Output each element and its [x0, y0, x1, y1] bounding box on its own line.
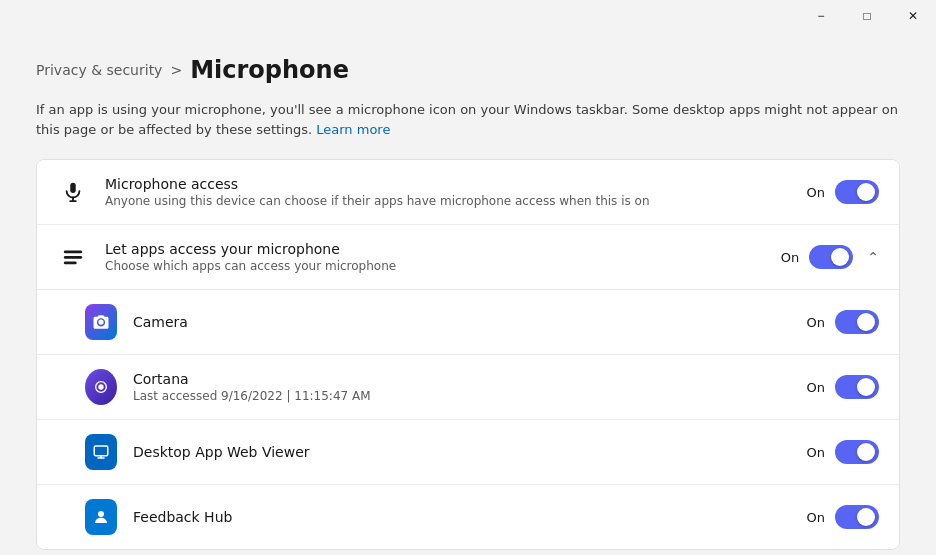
cortana-toggle[interactable]	[835, 375, 879, 399]
title-bar: − □ ✕	[0, 0, 936, 32]
microphone-access-toggle[interactable]	[835, 180, 879, 204]
desktop-app-icon	[85, 436, 117, 468]
let-apps-text: Let apps access your microphone Choose w…	[105, 241, 781, 273]
desktop-app-status: On	[807, 445, 825, 460]
cortana-subtitle: Last accessed 9/16/2022 | 11:15:47 AM	[133, 389, 807, 403]
setting-row-microphone-access: Microphone access Anyone using this devi…	[37, 160, 899, 225]
maximize-button[interactable]: □	[844, 0, 890, 32]
svg-point-9	[98, 511, 104, 517]
breadcrumb: Privacy & security > Microphone	[36, 56, 900, 84]
svg-rect-4	[64, 256, 82, 259]
settings-container: Microphone access Anyone using this devi…	[36, 159, 900, 550]
feedback-hub-text: Feedback Hub	[133, 509, 807, 525]
desktop-app-text: Desktop App Web Viewer	[133, 444, 807, 460]
setting-row-feedback-hub: Feedback Hub On	[37, 485, 899, 549]
desktop-app-toggle[interactable]	[835, 440, 879, 464]
svg-rect-5	[64, 262, 77, 265]
svg-rect-3	[64, 251, 82, 254]
let-apps-controls: On ⌃	[781, 245, 879, 269]
apps-icon	[57, 241, 89, 273]
desktop-app-title: Desktop App Web Viewer	[133, 444, 807, 460]
desktop-app-controls: On	[807, 440, 879, 464]
microphone-access-subtitle: Anyone using this device can choose if t…	[105, 194, 807, 208]
cortana-status: On	[807, 380, 825, 395]
feedback-hub-title: Feedback Hub	[133, 509, 807, 525]
camera-toggle[interactable]	[835, 310, 879, 334]
microphone-access-controls: On	[807, 180, 879, 204]
learn-more-link[interactable]: Learn more	[316, 122, 390, 137]
feedback-hub-controls: On	[807, 505, 879, 529]
description-text: If an app is using your microphone, you'…	[36, 102, 898, 137]
let-apps-status: On	[781, 250, 799, 265]
setting-row-desktop-app: Desktop App Web Viewer On	[37, 420, 899, 485]
breadcrumb-separator: >	[170, 62, 182, 78]
cortana-controls: On	[807, 375, 879, 399]
svg-rect-0	[70, 183, 76, 193]
cortana-text: Cortana Last accessed 9/16/2022 | 11:15:…	[133, 371, 807, 403]
breadcrumb-parent[interactable]: Privacy & security	[36, 62, 162, 78]
svg-point-7	[98, 384, 103, 389]
page-description: If an app is using your microphone, you'…	[36, 100, 900, 139]
cortana-title: Cortana	[133, 371, 807, 387]
let-apps-title: Let apps access your microphone	[105, 241, 781, 257]
microphone-access-status: On	[807, 185, 825, 200]
close-button[interactable]: ✕	[890, 0, 936, 32]
camera-app-icon	[85, 306, 117, 338]
camera-status: On	[807, 315, 825, 330]
svg-rect-8	[94, 446, 108, 456]
let-apps-subtitle: Choose which apps can access your microp…	[105, 259, 781, 273]
microphone-icon	[57, 176, 89, 208]
page-content: Privacy & security > Microphone If an ap…	[0, 32, 936, 550]
breadcrumb-current: Microphone	[190, 56, 349, 84]
setting-row-camera: Camera On	[37, 290, 899, 355]
feedback-hub-toggle[interactable]	[835, 505, 879, 529]
camera-title: Camera	[133, 314, 807, 330]
feedback-hub-status: On	[807, 510, 825, 525]
setting-row-let-apps: Let apps access your microphone Choose w…	[37, 225, 899, 290]
camera-text: Camera	[133, 314, 807, 330]
microphone-access-text: Microphone access Anyone using this devi…	[105, 176, 807, 208]
camera-controls: On	[807, 310, 879, 334]
let-apps-chevron[interactable]: ⌃	[867, 249, 879, 265]
cortana-app-icon	[85, 371, 117, 403]
setting-row-cortana: Cortana Last accessed 9/16/2022 | 11:15:…	[37, 355, 899, 420]
feedback-hub-app-icon	[85, 501, 117, 533]
let-apps-toggle[interactable]	[809, 245, 853, 269]
microphone-access-title: Microphone access	[105, 176, 807, 192]
minimize-button[interactable]: −	[798, 0, 844, 32]
